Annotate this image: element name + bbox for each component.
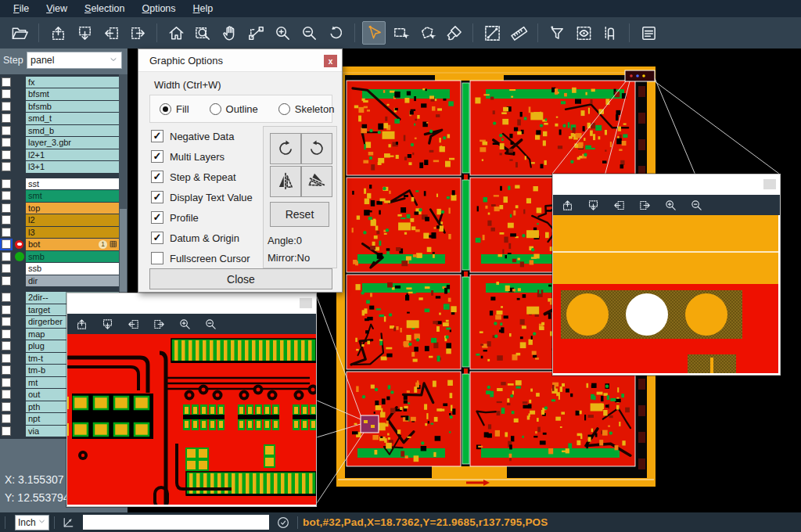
checkbox-multi-layers[interactable]: ✓Multi Layers [151,146,253,167]
dialog-titlebar[interactable]: Graphic Options x [138,49,342,72]
zoom-out-button[interactable] [297,21,321,45]
magnifier-window-top-right[interactable] [552,174,781,376]
layer-row-bfsmt[interactable]: bfsmt [0,88,119,101]
edit-vertex-button[interactable] [244,21,268,45]
layer-row-sst[interactable]: sst [0,178,119,190]
magnifier-titlebar[interactable] [553,174,780,195]
step-select[interactable]: panel [27,52,122,69]
pan-right-button[interactable] [637,197,652,213]
radio-skeleton[interactable]: Skeleton [278,103,335,115]
checkbox-fullscreen-cursor[interactable]: Fullscreen Cursor [151,248,253,268]
pan-up-button[interactable] [74,316,89,332]
mirror-vertical-button[interactable] [301,166,332,197]
pan-up-button[interactable] [559,197,575,213]
pan-right-button[interactable] [126,21,149,45]
layer-row-bot[interactable]: bot1 [0,239,119,251]
layer-visibility-checkbox[interactable] [2,390,11,399]
pan-right-button[interactable] [151,316,167,332]
magnifier-view[interactable] [553,215,780,373]
layer-row-l3+1[interactable]: l3+1 [0,161,119,174]
snap-button[interactable] [598,21,622,45]
layer-visibility-checkbox[interactable] [2,162,11,171]
zoom-window-button[interactable] [191,21,214,45]
layer-visibility-checkbox[interactable] [2,228,11,237]
layer-visibility-checkbox[interactable] [2,126,11,135]
pan-down-button[interactable] [99,316,115,332]
unit-select[interactable]: Inch [15,515,49,530]
radio-outline[interactable]: Outline [210,103,258,115]
layer-visibility-checkbox[interactable] [2,191,11,200]
layer-visibility-checkbox[interactable] [2,276,11,286]
layer-visibility-checkbox[interactable] [2,414,11,423]
menu-item-view[interactable]: View [38,0,76,17]
checkbox-display-text-value[interactable]: ✓Display Text Value [151,187,253,207]
layer-visibility-checkbox[interactable] [2,378,11,387]
layer-visibility-checkbox[interactable] [2,215,11,225]
filter-button[interactable] [545,21,569,45]
menu-item-file[interactable]: File [5,0,38,17]
layer-visibility-checkbox[interactable] [2,113,11,123]
checkbox-profile[interactable]: ✓Profile [151,207,253,228]
layer-visibility-checkbox[interactable] [2,329,11,339]
layer-visibility-checkbox[interactable] [2,293,11,302]
command-input[interactable] [83,515,269,530]
ruler-button[interactable] [507,21,530,45]
pan-up-button[interactable] [46,21,70,45]
close-button[interactable]: Close [149,268,332,289]
layer-visibility-checkbox[interactable] [2,264,11,273]
layer-row-smd_b[interactable]: smd_b [0,124,119,137]
angle-mode-icon[interactable] [59,514,77,531]
clear-brush-button[interactable] [442,21,465,45]
layer-visibility-checkbox[interactable] [2,203,11,213]
pan-down-button[interactable] [73,21,96,45]
layer-row-top[interactable]: top [0,202,119,214]
layer-visibility-checkbox[interactable] [2,317,11,326]
window-button[interactable] [763,179,776,189]
layer-visibility-checkbox[interactable] [2,179,11,189]
layer-visibility-checkbox[interactable] [2,341,11,350]
rotate-ccw-button[interactable] [301,133,332,164]
layer-visibility-checkbox[interactable] [2,354,11,363]
checkbox-step-repeat[interactable]: ✓Step & Repeat [151,167,253,187]
layer-visibility-checkbox[interactable] [2,305,11,315]
layer-row-l2[interactable]: l2 [0,214,119,227]
layer-visibility-checkbox[interactable] [2,402,11,412]
layer-visibility-checkbox[interactable] [2,426,11,436]
apply-icon[interactable] [274,513,293,532]
zoom-out-button[interactable] [688,197,704,213]
layer-visibility-checkbox[interactable] [2,239,11,249]
open-folder-button[interactable] [8,21,31,45]
menu-item-help[interactable]: Help [185,0,222,17]
layer-row-layer_3.gbr[interactable]: layer_3.gbr [0,137,119,149]
hand-pan-button[interactable] [217,21,241,45]
layer-row-ssb[interactable]: ssb [0,263,119,275]
scrollbar-thumb[interactable] [120,209,127,295]
menu-item-options[interactable]: Options [133,0,184,17]
zoom-in-button[interactable] [177,316,192,332]
layer-row-smt[interactable]: smt [0,190,119,203]
close-icon[interactable]: x [324,55,337,67]
mirror-horizontal-button[interactable] [270,166,301,197]
reset-button[interactable]: Reset [270,202,329,227]
window-button[interactable] [300,298,312,308]
layer-visibility-checkbox[interactable] [2,138,11,147]
view-options-button[interactable] [572,21,595,45]
layer-visibility-checkbox[interactable] [2,150,11,160]
layer-visibility-checkbox[interactable] [2,89,11,99]
checkbox-negative-data[interactable]: ✓Negative Data [151,126,253,146]
layer-row-fx[interactable]: fx [0,76,119,88]
home-button[interactable] [164,21,188,45]
zoom-in-button[interactable] [271,21,294,45]
menu-item-selection[interactable]: Selection [76,0,133,17]
layer-row-l2+1[interactable]: l2+1 [0,149,119,161]
layer-visibility-checkbox[interactable] [2,77,11,87]
layer-row-l3[interactable]: l3 [0,226,119,239]
checkbox-datum-origin[interactable]: ✓Datum & Origin [151,228,253,248]
layer-panel-button[interactable] [637,21,660,45]
magnifier-window-bottom-left[interactable] [66,293,317,507]
pan-left-button[interactable] [99,21,123,45]
layer-visibility-checkbox[interactable] [2,365,11,375]
zoom-in-button[interactable] [663,197,678,213]
polygon-select-button[interactable] [415,21,439,45]
radio-fill[interactable]: Fill [160,103,189,115]
